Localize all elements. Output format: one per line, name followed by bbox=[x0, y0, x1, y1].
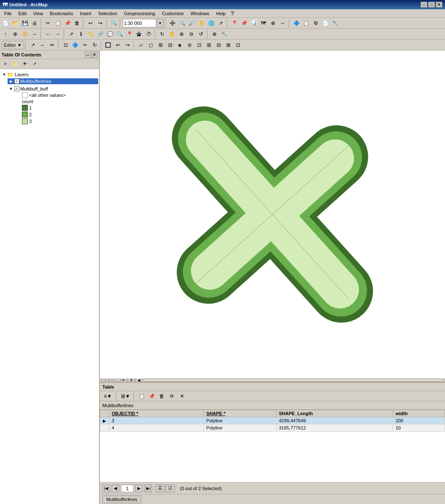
undo2-btn[interactable]: ↩ bbox=[113, 40, 123, 50]
maptip-btn[interactable]: 💬 bbox=[105, 29, 115, 39]
route-btn[interactable]: 🛣 bbox=[134, 29, 144, 39]
expand-multibufferlines-icon[interactable]: ▶ bbox=[8, 79, 13, 84]
table-row[interactable]: ▶ 3 Polyline 4299,447649 200 bbox=[100, 417, 445, 424]
extra-btn5[interactable]: 🔧 bbox=[330, 19, 340, 28]
nav-btn1[interactable]: ↑ bbox=[1, 29, 10, 39]
prev-record-button[interactable]: ◀ bbox=[112, 485, 119, 492]
paste-button[interactable]: 📌 bbox=[63, 19, 72, 28]
time-btn[interactable]: ⏱ bbox=[144, 29, 153, 39]
next-record-button[interactable]: ▶ bbox=[135, 485, 143, 492]
table-view-icon[interactable]: ☰ bbox=[155, 485, 165, 492]
edit-more9[interactable]: ⊟ bbox=[214, 40, 223, 50]
table-copy-btn[interactable]: 📋 bbox=[137, 392, 146, 401]
table-layer-tab-button[interactable]: Multibufferlines bbox=[102, 496, 141, 503]
expand-layers-icon[interactable]: ▼ bbox=[2, 72, 7, 77]
rotate3-btn[interactable]: ↻ bbox=[90, 40, 99, 50]
toc-source-btn[interactable]: 📁 bbox=[11, 59, 20, 69]
menu-view[interactable]: View bbox=[30, 10, 47, 17]
goto-btn[interactable]: 📍 bbox=[125, 29, 134, 39]
nav-btn3[interactable]: 🔆 bbox=[20, 29, 29, 39]
bookmark-btn5[interactable]: ⊕ bbox=[268, 19, 278, 28]
multibufferlines-row[interactable]: ▶ Multibufferlines bbox=[8, 78, 98, 84]
table-menu-btn[interactable]: ≡▼ bbox=[102, 392, 114, 401]
snapping-btn[interactable]: 🔲 bbox=[104, 40, 113, 50]
menu-insert[interactable]: Insert bbox=[76, 10, 95, 17]
edit-more5[interactable]: ◈ bbox=[175, 40, 185, 50]
multibufferlines-checkbox[interactable] bbox=[14, 79, 19, 84]
delete-button[interactable]: 🗑 bbox=[72, 19, 82, 28]
nav-btn2[interactable]: ⊕ bbox=[11, 29, 20, 39]
close-button[interactable]: ✕ bbox=[436, 2, 442, 8]
multibuff-buff-row[interactable]: ▼ Multibuff_buff bbox=[8, 86, 98, 92]
edit-more8[interactable]: ⊞ bbox=[204, 40, 214, 50]
table-options-btn[interactable]: ⊞▼ bbox=[119, 392, 132, 401]
scale-input[interactable] bbox=[123, 19, 156, 27]
edit-more11[interactable]: ⊡ bbox=[233, 40, 243, 50]
nav-btn4[interactable]: ↔ bbox=[30, 29, 39, 39]
bookmark-btn6[interactable]: ↔ bbox=[278, 19, 287, 28]
menu-bookmarks[interactable]: Bookmarks bbox=[46, 10, 76, 17]
menu-windows[interactable]: Windows bbox=[187, 10, 213, 17]
menu-file[interactable]: File bbox=[1, 10, 15, 17]
edit-more2[interactable]: ◻ bbox=[146, 40, 155, 50]
edit-more10[interactable]: ⊠ bbox=[224, 40, 233, 50]
bookmark-btn3[interactable]: 📊 bbox=[249, 19, 258, 28]
identify-btn2[interactable]: ℹ bbox=[76, 29, 86, 39]
table-row[interactable]: 4 Polyline 3165,777612 10 bbox=[100, 424, 445, 432]
extra-btn4[interactable]: 📄 bbox=[321, 19, 330, 28]
menu-help[interactable]: Help bbox=[213, 10, 229, 17]
edit-tool2[interactable]: ↔ bbox=[38, 40, 47, 50]
col-width-header[interactable]: width bbox=[393, 410, 445, 417]
rotate2-btn[interactable]: ↺ bbox=[196, 29, 206, 39]
bookmark-btn4[interactable]: 🗺 bbox=[259, 19, 268, 28]
back-btn[interactable]: ← bbox=[43, 29, 53, 39]
toc-dock-button[interactable]: — bbox=[85, 52, 91, 58]
bookmark-btn2[interactable]: 📌 bbox=[239, 19, 249, 28]
zoom-in-button[interactable]: 🔍 bbox=[177, 19, 187, 28]
col-shapelength-header[interactable]: SHAPE_Length bbox=[276, 410, 393, 417]
first-record-button[interactable]: |◀ bbox=[102, 485, 110, 492]
extra-btn1[interactable]: 🔷 bbox=[292, 19, 301, 28]
edit-tool3[interactable]: ✏ bbox=[48, 40, 57, 50]
scale-dropdown-button[interactable]: ▼ bbox=[157, 19, 164, 27]
cut-button[interactable]: ✂ bbox=[43, 19, 53, 28]
menu-edit[interactable]: Edit bbox=[15, 10, 30, 17]
add-data-button[interactable]: ➕ bbox=[168, 19, 177, 28]
editor-dropdown[interactable]: Editor ▼ bbox=[2, 41, 24, 49]
col-objectid-header[interactable]: OBJECTID * bbox=[109, 410, 204, 417]
toc-list-btn[interactable]: ≡ bbox=[1, 59, 10, 69]
edit-more6[interactable]: ⊘ bbox=[185, 40, 194, 50]
measure-btn[interactable]: 📏 bbox=[86, 29, 95, 39]
pan-button[interactable]: ✋ bbox=[197, 19, 206, 28]
extra-btn3[interactable]: ⚙ bbox=[311, 19, 320, 28]
open-button[interactable]: 📂 bbox=[11, 19, 20, 28]
map-canvas[interactable] bbox=[100, 51, 445, 379]
extra-btn2[interactable]: 📋 bbox=[301, 19, 311, 28]
menu-geoprocessing[interactable]: Geoprocessing bbox=[121, 10, 158, 17]
table-delete-btn[interactable]: 🗑 bbox=[157, 392, 166, 401]
edit-tool1[interactable]: ↗ bbox=[28, 40, 38, 50]
extra2-btn1[interactable]: ⊕ bbox=[210, 29, 219, 39]
toc-close-button[interactable]: ✕ bbox=[91, 52, 97, 58]
legend-1-row[interactable]: 1 bbox=[21, 104, 98, 111]
toc-select-btn[interactable]: ↗ bbox=[30, 59, 39, 69]
forward-btn[interactable]: → bbox=[53, 29, 62, 39]
redo2-btn[interactable]: ↪ bbox=[123, 40, 132, 50]
undo-button[interactable]: ↩ bbox=[86, 19, 95, 28]
select-button[interactable]: ↗ bbox=[216, 19, 225, 28]
legend-2-row[interactable]: 2 bbox=[21, 111, 98, 118]
maximize-button[interactable]: □ bbox=[428, 2, 435, 8]
zoom-out-button[interactable]: 🔎 bbox=[187, 19, 196, 28]
edit-more7[interactable]: ⊡ bbox=[195, 40, 204, 50]
full-extent-button[interactable]: 🌐 bbox=[206, 19, 216, 28]
splitter-bar[interactable]: □ □ ⟳ ⏸ ◀ bbox=[100, 379, 445, 382]
edit-more1[interactable]: ▱ bbox=[137, 40, 146, 50]
reshape-btn[interactable]: 🔷 bbox=[71, 40, 80, 50]
hyperlink-btn[interactable]: 🔗 bbox=[96, 29, 105, 39]
last-record-button[interactable]: ▶| bbox=[145, 485, 152, 492]
new-button[interactable]: 📄 bbox=[1, 19, 10, 28]
zoom3-btn[interactable]: ⊕ bbox=[177, 29, 186, 39]
table-refresh-btn[interactable]: ⟳ bbox=[167, 392, 177, 401]
rotate-btn[interactable]: ↻ bbox=[158, 29, 167, 39]
legend-3-row[interactable]: 3 bbox=[21, 118, 98, 125]
